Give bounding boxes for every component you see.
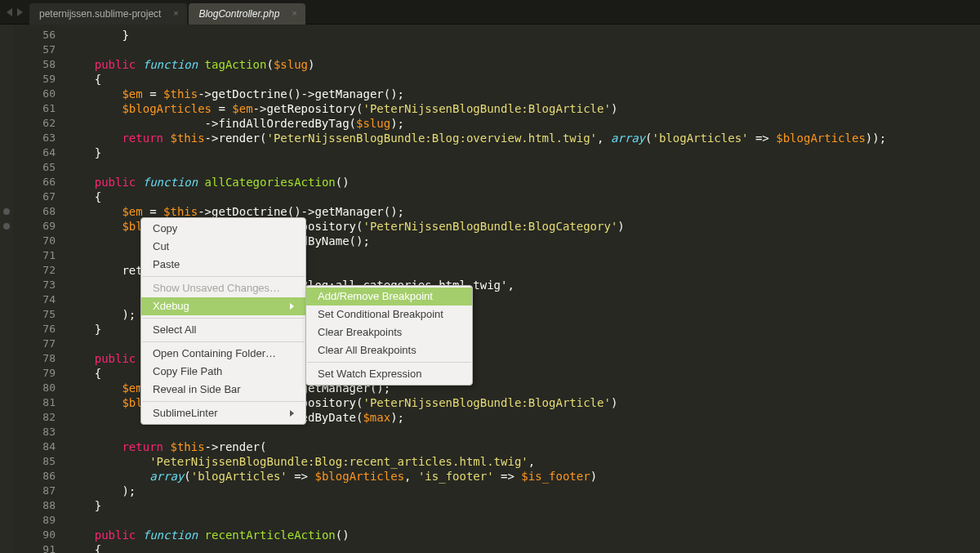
line-number[interactable]: 82 [13,410,56,425]
line-number[interactable]: 68 [13,204,56,219]
line-number[interactable]: 90 [13,528,56,542]
line-number[interactable]: 64 [13,145,56,160]
gutter-mark[interactable] [0,101,13,116]
code-line[interactable]: return $this->render( [67,439,980,454]
gutter-mark[interactable] [0,366,13,381]
line-number-gutter[interactable]: 5657585960616263646566676869707172737475… [13,25,62,553]
code-line[interactable]: array('blogArticles' => $blogArticles, '… [67,469,980,484]
code-line[interactable]: } [67,28,980,42]
nav-forward-icon[interactable] [17,8,23,16]
code-line[interactable]: } [67,145,980,160]
menu-item[interactable]: Clear Breakpoints [306,323,472,341]
menu-item[interactable]: Xdebug [141,297,305,315]
code-line[interactable]: public function recentArticleAction() [67,528,980,542]
code-line[interactable]: { [67,542,980,553]
gutter-mark[interactable] [0,454,13,469]
line-number[interactable]: 72 [13,263,56,278]
code-line[interactable]: ); [67,484,980,498]
gutter-mark[interactable] [0,175,13,190]
gutter-mark[interactable] [0,248,13,263]
code-line[interactable] [67,42,980,57]
line-number[interactable]: 77 [13,337,56,351]
gutter-mark[interactable] [0,263,13,278]
gutter-mark[interactable] [0,57,13,72]
gutter-mark[interactable] [0,28,13,42]
menu-item[interactable]: Open Containing Folder… [141,345,305,363]
context-submenu-xdebug[interactable]: Add/Remove BreakpointSet Conditional Bre… [305,285,473,386]
line-number[interactable]: 63 [13,131,56,145]
gutter-mark[interactable] [0,395,13,410]
menu-item[interactable]: Set Watch Expression [306,365,472,383]
line-number[interactable]: 86 [13,469,56,484]
gutter-mark[interactable] [0,528,13,542]
code-line[interactable]: public function allCategoriesAction() [67,175,980,190]
line-number[interactable]: 85 [13,454,56,469]
menu-item[interactable]: Paste [141,256,305,274]
menu-item[interactable]: Select All [141,321,305,339]
nav-back-icon[interactable] [7,8,12,16]
code-line[interactable]: { [67,190,980,204]
gutter-mark[interactable] [0,72,13,87]
line-number[interactable]: 89 [13,513,56,528]
line-number[interactable]: 79 [13,366,56,381]
line-number[interactable]: 83 [13,425,56,439]
line-number[interactable]: 75 [13,307,56,322]
line-number[interactable]: 74 [13,292,56,307]
gutter-mark[interactable] [0,469,13,484]
close-icon[interactable]: × [171,8,180,18]
menu-item[interactable]: Cut [141,238,305,256]
menu-item[interactable]: Clear All Breakpoints [306,341,472,359]
line-number[interactable]: 56 [13,28,56,42]
menu-item[interactable]: Copy File Path [141,363,305,381]
gutter-mark[interactable] [0,307,13,322]
gutter-mark[interactable] [0,322,13,337]
line-number[interactable]: 67 [13,190,56,204]
gutter-mark[interactable] [0,484,13,498]
line-number[interactable]: 81 [13,395,56,410]
gutter-mark[interactable] [0,145,13,160]
context-menu[interactable]: CopyCutPasteShow Unsaved Changes…XdebugS… [140,217,306,425]
gutter-mark[interactable] [0,219,13,234]
line-number[interactable]: 59 [13,72,56,87]
code-line[interactable]: $em = $this->getDoctrine()->getManager()… [67,87,980,101]
tab-project[interactable]: peternijssen.sublime-project × [29,3,187,25]
line-number[interactable]: 87 [13,484,56,498]
gutter-mark[interactable] [0,42,13,57]
code-line[interactable]: public function tagAction($slug) [67,57,980,72]
menu-item[interactable]: Reveal in Side Bar [141,381,305,399]
line-number[interactable]: 91 [13,542,56,553]
line-number[interactable]: 61 [13,101,56,116]
tab-file[interactable]: BlogController.php × [189,3,305,25]
gutter-mark[interactable] [0,190,13,204]
line-number[interactable]: 69 [13,219,56,234]
gutter-mark[interactable] [0,542,13,553]
gutter-mark[interactable] [0,87,13,101]
code-line[interactable] [67,513,980,528]
gutter-mark[interactable] [0,410,13,425]
gutter-mark[interactable] [0,278,13,292]
menu-item[interactable]: SublimeLinter [141,404,305,422]
line-number[interactable]: 88 [13,498,56,513]
gutter-mark[interactable] [0,204,13,219]
gutter-mark[interactable] [0,425,13,439]
line-number[interactable]: 70 [13,234,56,248]
line-number[interactable]: 84 [13,439,56,454]
menu-item[interactable]: Add/Remove Breakpoint [306,288,472,305]
line-number[interactable]: 78 [13,351,56,366]
code-line[interactable] [67,425,980,439]
gutter-mark[interactable] [0,160,13,175]
code-line[interactable]: } [67,498,980,513]
line-number[interactable]: 80 [13,381,56,395]
gutter-mark[interactable] [0,116,13,131]
code-line[interactable]: 'PeterNijssenBlogBundle:Blog:recent_arti… [67,454,980,469]
code-line[interactable]: ->findAllOrderedByTag($slug); [67,116,980,131]
gutter-mark[interactable] [0,234,13,248]
code-line[interactable]: { [67,72,980,87]
gutter-mark[interactable] [0,292,13,307]
line-number[interactable]: 58 [13,57,56,72]
gutter-mark[interactable] [0,513,13,528]
line-number[interactable]: 62 [13,116,56,131]
code-line[interactable] [67,160,980,175]
menu-item[interactable]: Copy [141,220,305,238]
gutter-mark[interactable] [0,439,13,454]
